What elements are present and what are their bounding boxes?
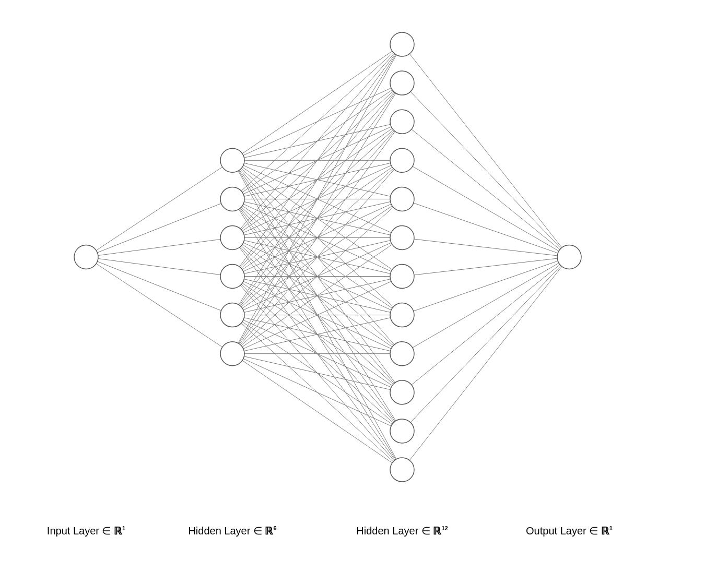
- layer-dim: 12: [441, 525, 448, 531]
- edge: [97, 261, 221, 311]
- layer-label-prefix: Output Layer ∈: [526, 525, 601, 537]
- neuron-layer1-n1: [220, 187, 244, 211]
- neuron-layer2-n11: [390, 458, 414, 482]
- edge: [98, 259, 220, 275]
- edge: [414, 258, 557, 275]
- neuron-layer2-n5: [390, 226, 414, 250]
- edge: [414, 261, 558, 311]
- neuron-layer2-n7: [390, 303, 414, 327]
- neuron-layer2-n9: [390, 380, 414, 404]
- edge: [413, 166, 559, 251]
- layer-dim: 6: [273, 525, 276, 531]
- edge: [410, 266, 561, 422]
- edge: [239, 55, 396, 305]
- neuron-layer3-n0: [557, 245, 581, 269]
- layer-label-3: Output Layer ∈ ℝ1: [526, 525, 613, 537]
- real-set-symbol: ℝ: [433, 525, 441, 537]
- neuron-layer1-n0: [220, 148, 244, 172]
- nodes-group: [74, 32, 581, 482]
- edge: [413, 263, 559, 348]
- edge: [241, 53, 393, 191]
- edge: [98, 240, 220, 256]
- neuron-layer2-n1: [390, 71, 414, 95]
- layer-label-0: Input Layer ∈ ℝ1: [47, 525, 125, 537]
- edge: [240, 53, 394, 229]
- neuron-layer2-n6: [390, 265, 414, 289]
- neuron-layer2-n4: [390, 187, 414, 211]
- layer-label-2: Hidden Layer ∈ ℝ12: [356, 525, 448, 537]
- layer-dim: 1: [609, 525, 613, 531]
- neuron-layer2-n0: [390, 32, 414, 56]
- edge: [409, 267, 562, 460]
- neuron-layer1-n2: [220, 226, 244, 250]
- edge: [412, 265, 560, 385]
- edge: [239, 93, 396, 344]
- edge: [409, 54, 562, 247]
- real-set-symbol: ℝ: [265, 525, 273, 537]
- real-set-symbol: ℝ: [114, 525, 122, 537]
- layer-dim: 1: [122, 525, 125, 531]
- neuron-layer2-n2: [390, 110, 414, 134]
- real-set-symbol: ℝ: [601, 525, 609, 537]
- edge: [414, 203, 558, 253]
- edge: [242, 361, 392, 463]
- neuron-layer1-n3: [220, 265, 244, 289]
- layer-label-1: Hidden Layer ∈ ℝ6: [188, 525, 276, 537]
- edge: [243, 359, 391, 426]
- edge: [414, 239, 557, 256]
- network-svg: [0, 0, 728, 572]
- edge: [412, 129, 560, 249]
- neuron-layer2-n8: [390, 342, 414, 366]
- neuron-layer1-n5: [220, 342, 244, 366]
- neuron-layer2-n3: [390, 148, 414, 172]
- neuron-layer2-n10: [390, 419, 414, 443]
- layer-label-prefix: Hidden Layer ∈: [356, 525, 433, 537]
- edge: [97, 204, 221, 253]
- neuron-layer1-n4: [220, 303, 244, 327]
- edge: [410, 92, 561, 248]
- edges-group: [96, 51, 562, 463]
- neuron-layer0-n0: [74, 245, 98, 269]
- edge: [96, 264, 222, 347]
- layer-label-prefix: Hidden Layer ∈: [188, 525, 265, 537]
- layer-label-prefix: Input Layer ∈: [47, 525, 114, 537]
- edge: [96, 167, 222, 251]
- edge: [242, 51, 392, 153]
